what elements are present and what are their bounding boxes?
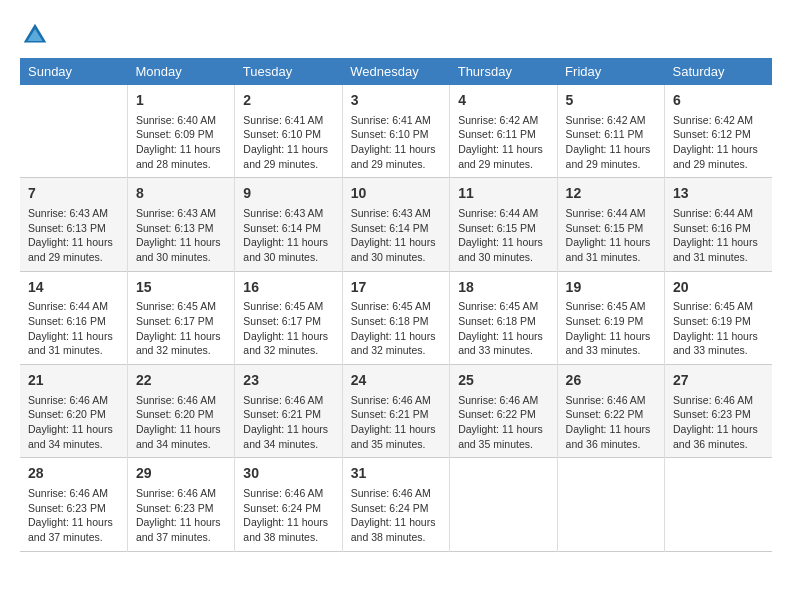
day-info: Sunrise: 6:42 AM Sunset: 6:12 PM Dayligh… bbox=[673, 113, 764, 172]
day-info: Sunrise: 6:45 AM Sunset: 6:18 PM Dayligh… bbox=[458, 299, 548, 358]
day-number: 19 bbox=[566, 278, 656, 298]
day-number: 16 bbox=[243, 278, 333, 298]
day-number: 21 bbox=[28, 371, 119, 391]
day-number: 27 bbox=[673, 371, 764, 391]
calendar-cell: 29Sunrise: 6:46 AM Sunset: 6:23 PM Dayli… bbox=[127, 458, 234, 551]
day-info: Sunrise: 6:46 AM Sunset: 6:23 PM Dayligh… bbox=[28, 486, 119, 545]
header-day-thursday: Thursday bbox=[450, 58, 557, 85]
week-row-4: 21Sunrise: 6:46 AM Sunset: 6:20 PM Dayli… bbox=[20, 365, 772, 458]
calendar-cell: 12Sunrise: 6:44 AM Sunset: 6:15 PM Dayli… bbox=[557, 178, 664, 271]
day-number: 5 bbox=[566, 91, 656, 111]
day-info: Sunrise: 6:40 AM Sunset: 6:09 PM Dayligh… bbox=[136, 113, 226, 172]
logo bbox=[20, 20, 54, 50]
day-info: Sunrise: 6:42 AM Sunset: 6:11 PM Dayligh… bbox=[566, 113, 656, 172]
day-number: 30 bbox=[243, 464, 333, 484]
calendar-cell: 25Sunrise: 6:46 AM Sunset: 6:22 PM Dayli… bbox=[450, 365, 557, 458]
day-info: Sunrise: 6:46 AM Sunset: 6:21 PM Dayligh… bbox=[243, 393, 333, 452]
day-info: Sunrise: 6:46 AM Sunset: 6:22 PM Dayligh… bbox=[458, 393, 548, 452]
day-number: 25 bbox=[458, 371, 548, 391]
day-number: 22 bbox=[136, 371, 226, 391]
calendar-cell: 11Sunrise: 6:44 AM Sunset: 6:15 PM Dayli… bbox=[450, 178, 557, 271]
day-info: Sunrise: 6:46 AM Sunset: 6:23 PM Dayligh… bbox=[673, 393, 764, 452]
calendar-cell bbox=[557, 458, 664, 551]
day-info: Sunrise: 6:46 AM Sunset: 6:24 PM Dayligh… bbox=[351, 486, 441, 545]
calendar-cell: 19Sunrise: 6:45 AM Sunset: 6:19 PM Dayli… bbox=[557, 271, 664, 364]
day-number: 3 bbox=[351, 91, 441, 111]
calendar-cell: 22Sunrise: 6:46 AM Sunset: 6:20 PM Dayli… bbox=[127, 365, 234, 458]
day-info: Sunrise: 6:43 AM Sunset: 6:13 PM Dayligh… bbox=[28, 206, 119, 265]
calendar-cell: 9Sunrise: 6:43 AM Sunset: 6:14 PM Daylig… bbox=[235, 178, 342, 271]
day-number: 29 bbox=[136, 464, 226, 484]
day-number: 4 bbox=[458, 91, 548, 111]
day-number: 18 bbox=[458, 278, 548, 298]
day-info: Sunrise: 6:45 AM Sunset: 6:18 PM Dayligh… bbox=[351, 299, 441, 358]
day-number: 12 bbox=[566, 184, 656, 204]
calendar-cell: 26Sunrise: 6:46 AM Sunset: 6:22 PM Dayli… bbox=[557, 365, 664, 458]
header-day-saturday: Saturday bbox=[665, 58, 772, 85]
day-number: 2 bbox=[243, 91, 333, 111]
day-info: Sunrise: 6:44 AM Sunset: 6:15 PM Dayligh… bbox=[566, 206, 656, 265]
day-number: 13 bbox=[673, 184, 764, 204]
week-row-5: 28Sunrise: 6:46 AM Sunset: 6:23 PM Dayli… bbox=[20, 458, 772, 551]
day-info: Sunrise: 6:45 AM Sunset: 6:17 PM Dayligh… bbox=[136, 299, 226, 358]
calendar-cell: 5Sunrise: 6:42 AM Sunset: 6:11 PM Daylig… bbox=[557, 85, 664, 178]
day-info: Sunrise: 6:43 AM Sunset: 6:13 PM Dayligh… bbox=[136, 206, 226, 265]
week-row-1: 1Sunrise: 6:40 AM Sunset: 6:09 PM Daylig… bbox=[20, 85, 772, 178]
header bbox=[20, 20, 772, 50]
calendar-cell: 4Sunrise: 6:42 AM Sunset: 6:11 PM Daylig… bbox=[450, 85, 557, 178]
calendar-cell: 16Sunrise: 6:45 AM Sunset: 6:17 PM Dayli… bbox=[235, 271, 342, 364]
day-info: Sunrise: 6:42 AM Sunset: 6:11 PM Dayligh… bbox=[458, 113, 548, 172]
calendar-cell: 18Sunrise: 6:45 AM Sunset: 6:18 PM Dayli… bbox=[450, 271, 557, 364]
day-info: Sunrise: 6:46 AM Sunset: 6:20 PM Dayligh… bbox=[28, 393, 119, 452]
day-info: Sunrise: 6:41 AM Sunset: 6:10 PM Dayligh… bbox=[243, 113, 333, 172]
calendar-cell: 21Sunrise: 6:46 AM Sunset: 6:20 PM Dayli… bbox=[20, 365, 127, 458]
day-number: 7 bbox=[28, 184, 119, 204]
header-day-wednesday: Wednesday bbox=[342, 58, 449, 85]
day-info: Sunrise: 6:44 AM Sunset: 6:16 PM Dayligh… bbox=[673, 206, 764, 265]
header-row: SundayMondayTuesdayWednesdayThursdayFrid… bbox=[20, 58, 772, 85]
calendar-body: 1Sunrise: 6:40 AM Sunset: 6:09 PM Daylig… bbox=[20, 85, 772, 551]
calendar-cell: 13Sunrise: 6:44 AM Sunset: 6:16 PM Dayli… bbox=[665, 178, 772, 271]
day-info: Sunrise: 6:44 AM Sunset: 6:15 PM Dayligh… bbox=[458, 206, 548, 265]
day-number: 26 bbox=[566, 371, 656, 391]
calendar-cell: 6Sunrise: 6:42 AM Sunset: 6:12 PM Daylig… bbox=[665, 85, 772, 178]
calendar-cell bbox=[20, 85, 127, 178]
header-day-monday: Monday bbox=[127, 58, 234, 85]
day-number: 11 bbox=[458, 184, 548, 204]
calendar-cell: 15Sunrise: 6:45 AM Sunset: 6:17 PM Dayli… bbox=[127, 271, 234, 364]
calendar-cell: 28Sunrise: 6:46 AM Sunset: 6:23 PM Dayli… bbox=[20, 458, 127, 551]
day-info: Sunrise: 6:46 AM Sunset: 6:22 PM Dayligh… bbox=[566, 393, 656, 452]
day-number: 24 bbox=[351, 371, 441, 391]
calendar-cell: 17Sunrise: 6:45 AM Sunset: 6:18 PM Dayli… bbox=[342, 271, 449, 364]
header-day-sunday: Sunday bbox=[20, 58, 127, 85]
calendar-cell bbox=[450, 458, 557, 551]
day-number: 9 bbox=[243, 184, 333, 204]
day-number: 10 bbox=[351, 184, 441, 204]
week-row-2: 7Sunrise: 6:43 AM Sunset: 6:13 PM Daylig… bbox=[20, 178, 772, 271]
calendar-cell: 2Sunrise: 6:41 AM Sunset: 6:10 PM Daylig… bbox=[235, 85, 342, 178]
calendar-cell: 27Sunrise: 6:46 AM Sunset: 6:23 PM Dayli… bbox=[665, 365, 772, 458]
day-number: 23 bbox=[243, 371, 333, 391]
calendar-cell: 20Sunrise: 6:45 AM Sunset: 6:19 PM Dayli… bbox=[665, 271, 772, 364]
day-number: 6 bbox=[673, 91, 764, 111]
day-number: 20 bbox=[673, 278, 764, 298]
day-info: Sunrise: 6:46 AM Sunset: 6:21 PM Dayligh… bbox=[351, 393, 441, 452]
calendar-cell: 1Sunrise: 6:40 AM Sunset: 6:09 PM Daylig… bbox=[127, 85, 234, 178]
calendar-table: SundayMondayTuesdayWednesdayThursdayFrid… bbox=[20, 58, 772, 552]
day-number: 31 bbox=[351, 464, 441, 484]
calendar-cell: 14Sunrise: 6:44 AM Sunset: 6:16 PM Dayli… bbox=[20, 271, 127, 364]
day-info: Sunrise: 6:43 AM Sunset: 6:14 PM Dayligh… bbox=[351, 206, 441, 265]
calendar-cell: 30Sunrise: 6:46 AM Sunset: 6:24 PM Dayli… bbox=[235, 458, 342, 551]
day-number: 17 bbox=[351, 278, 441, 298]
header-day-tuesday: Tuesday bbox=[235, 58, 342, 85]
day-info: Sunrise: 6:41 AM Sunset: 6:10 PM Dayligh… bbox=[351, 113, 441, 172]
day-info: Sunrise: 6:45 AM Sunset: 6:17 PM Dayligh… bbox=[243, 299, 333, 358]
day-number: 15 bbox=[136, 278, 226, 298]
day-number: 8 bbox=[136, 184, 226, 204]
day-info: Sunrise: 6:43 AM Sunset: 6:14 PM Dayligh… bbox=[243, 206, 333, 265]
day-info: Sunrise: 6:46 AM Sunset: 6:20 PM Dayligh… bbox=[136, 393, 226, 452]
day-number: 28 bbox=[28, 464, 119, 484]
day-number: 14 bbox=[28, 278, 119, 298]
day-info: Sunrise: 6:45 AM Sunset: 6:19 PM Dayligh… bbox=[673, 299, 764, 358]
calendar-cell: 7Sunrise: 6:43 AM Sunset: 6:13 PM Daylig… bbox=[20, 178, 127, 271]
